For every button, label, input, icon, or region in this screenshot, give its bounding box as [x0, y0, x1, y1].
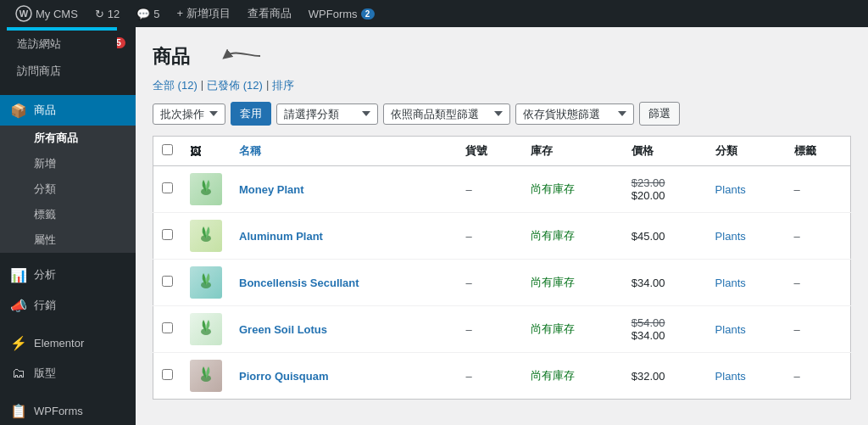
filter-button[interactable]: 篩選 [639, 102, 680, 126]
type-filter-select[interactable]: 依照商品類型篩選 [383, 103, 510, 125]
filter-sort-link[interactable]: 排序 [272, 78, 294, 93]
sidebar-item-elementor[interactable]: ⚡ Elementor [0, 327, 136, 358]
product-thumb-4 [190, 360, 222, 392]
category-select[interactable]: 請選擇分類 [276, 103, 378, 125]
product-thumb-2 [190, 266, 222, 299]
product-stock-4: 尚有庫存 [531, 369, 575, 382]
admin-bar-updates[interactable]: ↻ 12 [86, 0, 128, 27]
row-sku-cell: – [457, 306, 521, 353]
row-checkbox-2[interactable] [162, 276, 173, 287]
price-wrapper-3: $54.00 $34.00 [632, 316, 698, 342]
sidebar-submenu-tags[interactable]: 標籤 [0, 202, 136, 227]
row-price-cell: $54.00 $34.00 [623, 306, 707, 353]
wpforms-sidebar-icon: 📋 [10, 402, 27, 419]
admin-bar-wpforms[interactable]: WPForms 2 [300, 0, 383, 27]
row-category-cell: Plants [707, 306, 786, 353]
product-category-1[interactable]: Plants [715, 230, 746, 243]
row-sku-cell: – [457, 166, 521, 213]
wp-logo-icon: W [15, 5, 32, 22]
page-title: 商品 [153, 44, 190, 70]
sidebar-item-templates[interactable]: 🗂 版型 [0, 358, 136, 389]
sidebar-submenu-attributes[interactable]: 屬性 [0, 227, 136, 253]
product-thumb-3 [190, 313, 222, 345]
row-category-cell: Plants [707, 166, 786, 213]
sidebar-submenu-categories[interactable]: 分類 [0, 176, 136, 202]
sidebar-item-products[interactable]: 📦 商品 [0, 95, 136, 126]
row-checkbox-0[interactable] [162, 182, 173, 193]
product-sku-1: – [465, 230, 471, 243]
product-sku-2: – [465, 277, 471, 289]
row-checkbox-1[interactable] [162, 229, 173, 240]
row-name-cell: Money Plant [231, 166, 457, 213]
thumb-icon: 🖼 [190, 145, 201, 158]
admin-bar-view-shop[interactable]: 查看商品 [239, 0, 300, 27]
sidebar-submenu-add[interactable]: 新增 [0, 151, 136, 176]
filters-row: 批次操作 套用 請選擇分類 依照商品類型篩選 依存貨狀態篩選 篩選 [153, 102, 851, 126]
product-name-3[interactable]: Green Soil Lotus [239, 323, 327, 336]
bulk-action-select[interactable]: 批次操作 [153, 103, 225, 125]
product-stock-1: 尚有庫存 [531, 229, 575, 242]
sidebar-item-analytics[interactable]: 📊 分析 [0, 260, 136, 290]
subsubsub-nav: 全部 (12) | 已發佈 (12) | 排序 [153, 78, 851, 93]
stock-filter-select[interactable]: 依存貨狀態篩選 [515, 103, 634, 125]
visit-site-item[interactable]: 造訪網站 [7, 31, 117, 58]
col-price: 價格 [623, 137, 707, 166]
sidebar-item-marketing[interactable]: 📣 行銷 [0, 290, 136, 321]
admin-bar-comments[interactable]: 💬 5 [128, 0, 168, 27]
product-thumb-0 [190, 173, 222, 205]
new-item-label: + 新增項目 [177, 6, 231, 21]
visit-shop-item[interactable]: 訪問商店 [7, 58, 117, 85]
row-tags-cell: – [786, 260, 851, 306]
updates-count: 12 [108, 8, 120, 20]
product-category-3[interactable]: Plants [715, 323, 746, 336]
product-name-4[interactable]: Piorro Quisquam [239, 370, 328, 383]
row-tags-cell: – [786, 353, 851, 400]
col-tags: 標籤 [786, 137, 851, 166]
table-row: Boncellensis Secullant – 尚有庫存 $34.00 Pla… [153, 260, 851, 306]
row-thumb-cell [181, 213, 231, 260]
elementor-icon: ⚡ [10, 334, 27, 351]
row-checkbox-3[interactable] [162, 322, 173, 333]
row-thumb-cell [181, 353, 231, 400]
sidebar: 💬 留言 5 Woo WooCommerce 📦 商品 所有商品 新增 分類 標… [0, 27, 136, 425]
product-stock-0: 尚有庫存 [531, 182, 575, 195]
row-checkbox-cell [153, 306, 182, 353]
admin-bar-site[interactable]: W My CMS 造訪網站 訪問商店 [7, 0, 86, 27]
wpforms-badge: 2 [361, 8, 375, 20]
row-checkbox-cell [153, 260, 182, 306]
product-name-1[interactable]: Aluminum Plant [239, 230, 323, 243]
row-stock-cell: 尚有庫存 [522, 260, 623, 306]
row-sku-cell: – [457, 353, 521, 400]
marketing-icon: 📣 [10, 297, 27, 314]
price-original-0: $23.00 [632, 176, 665, 189]
product-name-2[interactable]: Boncellensis Secullant [239, 277, 359, 289]
filter-all-link[interactable]: 全部 (12) [153, 78, 198, 93]
apply-button[interactable]: 套用 [231, 102, 271, 126]
product-category-4[interactable]: Plants [715, 370, 746, 383]
products-icon: 📦 [10, 102, 27, 119]
row-thumb-cell [181, 260, 231, 306]
select-all-checkbox[interactable] [162, 144, 173, 155]
row-checkbox-cell [153, 213, 182, 260]
comments-icon: 💬 [136, 8, 150, 20]
sidebar-item-wpforms[interactable]: 📋 WPForms [0, 395, 136, 425]
row-checkbox-4[interactable] [162, 369, 173, 380]
product-category-2[interactable]: Plants [715, 277, 746, 289]
admin-bar-new-item[interactable]: + 新增項目 [169, 0, 239, 27]
col-name-link[interactable]: 名稱 [239, 144, 261, 157]
row-name-cell: Aluminum Plant [231, 213, 457, 260]
svg-text:W: W [19, 8, 29, 19]
wpforms-sidebar-label: WPForms [34, 405, 125, 417]
product-category-0[interactable]: Plants [715, 183, 746, 196]
filter-published-link[interactable]: 已發佈 (12) [207, 78, 263, 93]
price-sale-0: $20.00 [632, 189, 665, 202]
price-sale-3: $34.00 [632, 329, 665, 342]
col-sku: 貨號 [457, 137, 521, 166]
row-thumb-cell [181, 306, 231, 353]
col-stock: 庫存 [522, 137, 623, 166]
site-name: My CMS [36, 8, 78, 20]
product-name-0[interactable]: Money Plant [239, 183, 304, 196]
admin-bar: W My CMS 造訪網站 訪問商店 ↻ 12 💬 5 + 新增項目 查看商品 … [0, 0, 868, 27]
sidebar-submenu-all-products[interactable]: 所有商品 [0, 126, 136, 151]
wpforms-bar-label: WPForms [309, 8, 358, 20]
